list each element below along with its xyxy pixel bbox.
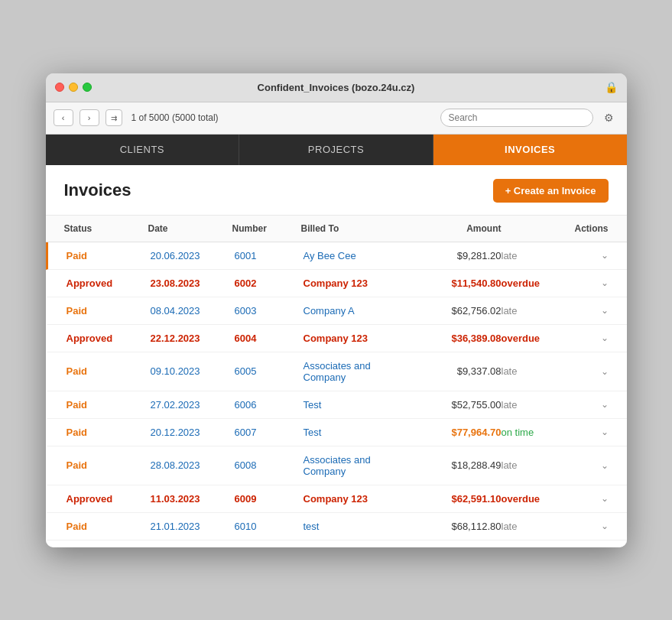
cell-amount: $68,112.80 xyxy=(410,521,502,532)
maximize-button[interactable] xyxy=(83,83,92,92)
toolbar: ‹ › ⇉ 1 of 5000 (5000 total) ⚙ xyxy=(46,102,627,135)
cell-amount: $52,755.00 xyxy=(410,399,502,411)
content-header: Invoices + Create an Invoice xyxy=(46,165,627,216)
cell-date: 11.03.2023 xyxy=(151,493,235,505)
table-row[interactable]: Paid 21.01.2023 6010 test $68,112.80 lat… xyxy=(46,513,627,540)
nav-end-button[interactable]: ⇉ xyxy=(106,109,122,126)
row-expand-button[interactable]: ⌄ xyxy=(570,399,609,410)
cell-status: Paid xyxy=(67,521,151,532)
cell-billed-to: Test xyxy=(304,427,410,438)
cell-timing: late xyxy=(502,250,570,261)
cell-number: 6001 xyxy=(235,250,304,261)
window-controls xyxy=(55,83,92,92)
col-amount: Amount xyxy=(410,223,502,234)
cell-number: 6005 xyxy=(235,365,304,377)
settings-button[interactable]: ⚙ xyxy=(599,108,619,128)
cell-date: 09.10.2023 xyxy=(151,365,235,377)
cell-amount: $9,337.08 xyxy=(410,365,502,377)
cell-number: 6009 xyxy=(235,493,304,505)
row-expand-button[interactable]: ⌄ xyxy=(570,366,609,377)
cell-number: 6008 xyxy=(235,459,304,471)
table-row[interactable]: Paid 27.02.2023 6006 Test $52,755.00 lat… xyxy=(46,391,627,419)
cell-number: 6002 xyxy=(235,278,304,289)
minimize-button[interactable] xyxy=(69,83,78,92)
cell-billed-to: Test xyxy=(304,399,410,411)
row-expand-button[interactable]: ⌄ xyxy=(570,521,609,531)
table-row[interactable]: Paid 20.06.2023 6001 Ay Bee Cee $9,281.2… xyxy=(46,242,627,270)
cell-timing: late xyxy=(502,521,570,532)
row-expand-button[interactable]: ⌄ xyxy=(570,250,609,261)
cell-amount: $62,591.10 xyxy=(410,493,502,505)
table-row[interactable]: Paid 20.12.2023 6007 Test $77,964.70 on … xyxy=(46,419,627,446)
cell-number: 6007 xyxy=(235,427,304,438)
cell-status: Paid xyxy=(67,459,151,471)
table-row[interactable]: Approved 22.12.2023 6004 Company 123 $36… xyxy=(46,325,627,352)
cell-amount: $11,540.80 xyxy=(410,278,502,289)
cell-status: Approved xyxy=(67,278,151,289)
cell-date: 20.06.2023 xyxy=(151,250,235,261)
col-actions: Actions xyxy=(570,223,609,234)
nav-back-button[interactable]: ‹ xyxy=(54,109,73,126)
cell-timing: late xyxy=(502,365,570,377)
cell-billed-to: Company A xyxy=(304,305,410,316)
table-body: Paid 20.06.2023 6001 Ay Bee Cee $9,281.2… xyxy=(46,242,627,540)
content-area: Invoices + Create an Invoice Status Date… xyxy=(46,165,627,547)
cell-billed-to: Company 123 xyxy=(304,333,410,344)
cell-date: 27.02.2023 xyxy=(151,399,235,411)
cell-date: 22.12.2023 xyxy=(151,333,235,344)
tab-clients[interactable]: CLIENTS xyxy=(46,135,240,165)
cell-date: 20.12.2023 xyxy=(151,427,235,438)
row-expand-button[interactable]: ⌄ xyxy=(570,333,609,343)
row-expand-button[interactable]: ⌄ xyxy=(570,427,609,437)
col-billed-to: Billed To xyxy=(301,223,410,234)
cell-date: 08.04.2023 xyxy=(151,305,235,316)
search-container xyxy=(440,109,593,127)
record-info: 1 of 5000 (5000 total) xyxy=(131,112,219,123)
table-row[interactable]: Approved 11.03.2023 6009 Company 123 $62… xyxy=(46,485,627,513)
cell-status: Paid xyxy=(67,399,151,411)
cell-number: 6006 xyxy=(235,399,304,411)
table-row[interactable]: Paid 09.10.2023 6005 Associates and Comp… xyxy=(46,352,627,391)
cell-billed-to: Associates and Company xyxy=(304,360,410,383)
cell-timing: on time xyxy=(502,427,570,438)
col-number: Number xyxy=(232,223,301,234)
row-expand-button[interactable]: ⌄ xyxy=(570,493,609,504)
table-row[interactable]: Paid 28.08.2023 6008 Associates and Comp… xyxy=(46,446,627,485)
cell-status: Paid xyxy=(67,365,151,377)
cell-number: 6004 xyxy=(235,333,304,344)
cell-billed-to: Associates and Company xyxy=(304,454,410,477)
cell-amount: $77,964.70 xyxy=(410,427,502,438)
cell-date: 21.01.2023 xyxy=(151,521,235,532)
col-timing xyxy=(502,223,570,234)
cell-status: Paid xyxy=(67,250,151,261)
lock-icon: 🔒 xyxy=(605,81,618,93)
row-expand-button[interactable]: ⌄ xyxy=(570,278,609,288)
cell-number: 6003 xyxy=(235,305,304,316)
table-header: Status Date Number Billed To Amount Acti… xyxy=(46,216,627,242)
title-bar: Confident_Invoices (bozo.24u.cz) 🔒 xyxy=(46,73,627,102)
cell-amount: $18,288.49 xyxy=(410,459,502,471)
cell-timing: overdue xyxy=(502,333,570,344)
tab-projects[interactable]: PROJECTS xyxy=(239,135,433,165)
cell-timing: late xyxy=(502,459,570,471)
page-title: Invoices xyxy=(64,180,131,200)
close-button[interactable] xyxy=(55,83,64,92)
search-input[interactable] xyxy=(440,109,593,127)
cell-timing: overdue xyxy=(502,278,570,289)
row-expand-button[interactable]: ⌄ xyxy=(570,460,609,471)
cell-amount: $62,756.02 xyxy=(410,305,502,316)
cell-timing: overdue xyxy=(502,493,570,505)
col-status: Status xyxy=(64,223,148,234)
cell-date: 28.08.2023 xyxy=(151,459,235,471)
cell-timing: late xyxy=(502,399,570,411)
cell-amount: $36,389.08 xyxy=(410,333,502,344)
nav-forward-button[interactable]: › xyxy=(80,109,99,126)
table-row[interactable]: Paid 08.04.2023 6003 Company A $62,756.0… xyxy=(46,297,627,325)
nav-tabs: CLIENTS PROJECTS INVOICES xyxy=(46,135,627,165)
cell-status: Approved xyxy=(67,493,151,505)
row-expand-button[interactable]: ⌄ xyxy=(570,305,609,316)
cell-date: 23.08.2023 xyxy=(151,278,235,289)
tab-invoices[interactable]: INVOICES xyxy=(433,135,627,165)
table-row[interactable]: Approved 23.08.2023 6002 Company 123 $11… xyxy=(46,270,627,297)
create-invoice-button[interactable]: + Create an Invoice xyxy=(493,179,609,203)
